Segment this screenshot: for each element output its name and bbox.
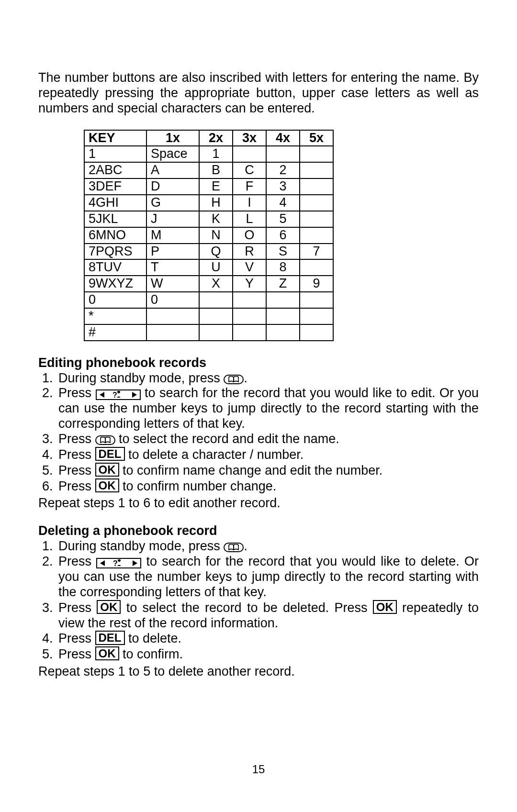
table-cell: 9WXYZ — [84, 276, 146, 292]
table-cell: V — [233, 259, 266, 276]
table-cell: 3DEF — [84, 178, 146, 195]
table-row: 6MNOMNO6 — [84, 227, 333, 244]
th-5x: 5x — [300, 130, 333, 146]
table-cell: E — [199, 178, 233, 195]
editing-step-5: Press OK to confirm name change and edit… — [56, 463, 479, 478]
table-cell: Y — [233, 276, 266, 292]
del-button: DEL — [95, 631, 125, 645]
table-cell: 0 — [146, 292, 199, 308]
table-cell: B — [199, 162, 233, 178]
table-cell — [300, 324, 333, 341]
table-cell — [300, 162, 333, 178]
table-cell — [300, 227, 333, 244]
editing-step-1: During standby mode, press . — [56, 371, 479, 386]
table-cell: Space — [146, 146, 199, 162]
table-cell: N — [199, 227, 233, 244]
th-4x: 4x — [266, 130, 300, 146]
table-cell — [266, 324, 300, 341]
table-cell: A — [146, 162, 199, 178]
table-cell: W — [146, 276, 199, 292]
text: During standby mode, press — [58, 539, 224, 553]
phonebook-icon — [224, 543, 244, 552]
table-row: 1Space1 — [84, 146, 333, 162]
table-cell: L — [233, 211, 266, 227]
table-cell: P — [146, 244, 199, 260]
table-cell: 6 — [266, 227, 300, 244]
table-cell: 1 — [84, 146, 146, 162]
table-cell — [146, 324, 199, 341]
table-cell — [146, 308, 199, 324]
table-cell: M — [146, 227, 199, 244]
th-3x: 3x — [233, 130, 266, 146]
table-cell: 3 — [266, 178, 300, 195]
table-cell: 1 — [199, 146, 233, 162]
table-cell: 4GHI — [84, 195, 146, 211]
table-cell: 0 — [84, 292, 146, 308]
table-cell: J — [146, 211, 199, 227]
table-cell — [233, 308, 266, 324]
intro-paragraph: The number buttons are also inscribed wi… — [38, 70, 479, 116]
table-cell: D — [146, 178, 199, 195]
deleting-repeat: Repeat steps 1 to 5 to delete another re… — [38, 664, 479, 679]
key-mapping-table: KEY 1x 2x 3x 4x 5x 1Space12ABCABC23DEFDE… — [84, 130, 334, 341]
table-cell: 8TUV — [84, 259, 146, 276]
table-cell: U — [199, 259, 233, 276]
table-cell — [266, 292, 300, 308]
table-cell: 7PQRS — [84, 244, 146, 260]
deleting-heading: Deleting a phonebook record — [38, 523, 479, 539]
table-row: * — [84, 308, 333, 324]
table-cell — [199, 324, 233, 341]
text: . — [244, 539, 247, 553]
text: to delete. — [125, 631, 182, 645]
ok-button: OK — [373, 600, 397, 614]
ok-button: OK — [97, 600, 121, 614]
table-row: 7PQRSPQRS7 — [84, 244, 333, 260]
th-key: KEY — [84, 130, 146, 146]
table-cell: * — [84, 308, 146, 324]
th-1x: 1x — [146, 130, 199, 146]
text: Press — [58, 479, 95, 493]
table-cell: 2ABC — [84, 162, 146, 178]
text: Press — [58, 432, 95, 446]
table-cell: O — [233, 227, 266, 244]
text: Press — [58, 631, 95, 645]
text: . — [244, 371, 247, 385]
nav-left-right-icon — [96, 389, 141, 400]
table-cell: 7 — [300, 244, 333, 260]
deleting-step-4: Press DEL to delete. — [56, 631, 479, 646]
text: Press — [58, 601, 97, 615]
table-cell — [233, 292, 266, 308]
manual-page: The number buttons are also inscribed wi… — [0, 0, 517, 812]
table-cell: F — [233, 178, 266, 195]
table-cell: T — [146, 259, 199, 276]
table-cell — [300, 259, 333, 276]
text: to select the record and edit the name. — [115, 432, 339, 446]
text: Press — [58, 647, 95, 661]
ok-button: OK — [95, 646, 119, 660]
editing-steps: During standby mode, press . Press to se… — [38, 371, 479, 494]
table-cell: 5JKL — [84, 211, 146, 227]
table-cell — [233, 146, 266, 162]
phonebook-icon — [224, 375, 244, 384]
table-cell: 2 — [266, 162, 300, 178]
table-cell — [233, 324, 266, 341]
text: to confirm number change. — [119, 479, 277, 493]
del-button: DEL — [95, 447, 125, 461]
table-cell: Q — [199, 244, 233, 260]
table-cell: K — [199, 211, 233, 227]
table-row: 4GHIGHI4 — [84, 195, 333, 211]
editing-repeat: Repeat steps 1 to 6 to edit another reco… — [38, 496, 479, 511]
table-cell — [300, 146, 333, 162]
text: to confirm. — [119, 647, 183, 661]
table-cell — [266, 308, 300, 324]
editing-step-2: Press to search for the record that you … — [56, 386, 479, 432]
table-cell: 8 — [266, 259, 300, 276]
ok-button: OK — [95, 463, 119, 477]
table-cell — [300, 195, 333, 211]
table-cell — [300, 178, 333, 195]
text: to confirm name change and edit the numb… — [119, 463, 383, 478]
table-cell — [199, 292, 233, 308]
text: Press — [58, 447, 95, 462]
table-cell: 5 — [266, 211, 300, 227]
editing-step-4: Press DEL to delete a character / number… — [56, 447, 479, 463]
